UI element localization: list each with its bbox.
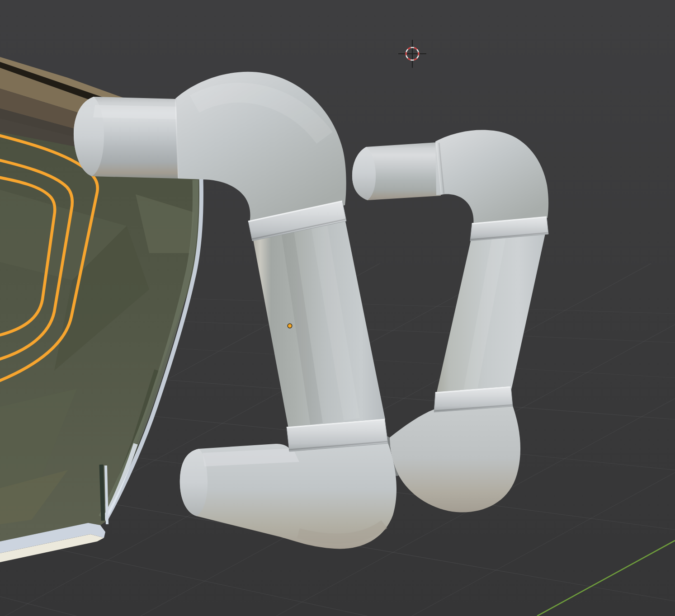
object-origin-point[interactable] bbox=[288, 324, 293, 329]
blender-3d-viewport[interactable] bbox=[0, 0, 675, 616]
